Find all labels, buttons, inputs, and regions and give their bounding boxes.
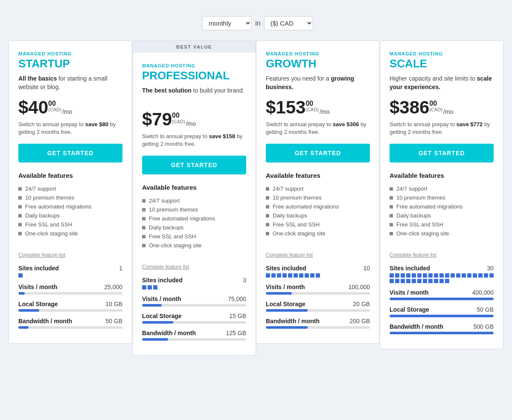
site-dot — [428, 273, 433, 278]
feature-bullet — [390, 196, 393, 200]
feature-bullet — [142, 217, 145, 220]
metric-bar-bg — [142, 338, 246, 341]
feature-text: Free SSL and SSH — [25, 221, 72, 228]
metric-label: Sites included — [390, 265, 430, 272]
metric-value: 50 GB — [477, 306, 494, 313]
sites-dots — [390, 273, 494, 283]
plan-category: Managed Hosting — [18, 51, 122, 56]
metric-bar-bg — [390, 298, 494, 300]
metric-row-0: Sites included 10 — [266, 265, 370, 278]
metric-label: Sites included — [142, 277, 183, 284]
feature-item: 10 premium themes — [266, 193, 370, 202]
plan-card-growth: Managed Hosting Growth Features you need… — [256, 41, 380, 344]
metric-value: 30 — [487, 265, 494, 272]
feature-bullet — [390, 205, 393, 209]
feature-item: Free automated migrations — [266, 202, 370, 211]
feature-item: 10 premium themes — [390, 193, 494, 202]
metric-row-3: Bandwidth / month 500 GB — [390, 323, 494, 334]
feature-item: 24/7 support — [18, 184, 122, 193]
sites-dots — [266, 273, 370, 278]
feature-text: 24/7 support — [149, 197, 180, 204]
metric-bar-fill — [18, 292, 25, 295]
site-dot — [417, 279, 422, 283]
feature-bullet — [266, 187, 269, 191]
metric-bar-fill — [142, 304, 162, 307]
price-period: /mo — [320, 108, 329, 115]
get-started-button-professional[interactable]: GET STARTED — [142, 156, 246, 174]
site-dot — [406, 279, 410, 283]
feature-item: Free SSL and SSH — [390, 220, 494, 229]
site-dot — [277, 273, 281, 278]
site-dot — [310, 273, 314, 278]
get-started-button-growth[interactable]: GET STARTED — [266, 144, 370, 162]
feature-item: Free SSL and SSH — [266, 220, 370, 229]
feature-item: Daily backups — [390, 211, 494, 220]
billing-select[interactable]: monthly annually — [202, 16, 252, 30]
feature-bullet — [266, 196, 269, 200]
metric-bar-fill — [266, 309, 308, 312]
feature-bullet — [18, 187, 22, 191]
metric-header: Visits / month 100,000 — [266, 284, 370, 290]
feature-bullet — [142, 199, 145, 203]
plan-card-scale: Managed Hosting Scale Higher capacity an… — [380, 41, 503, 349]
site-dot — [445, 273, 449, 278]
feature-text: 24/7 support — [396, 185, 427, 192]
plan-name: Professional — [142, 69, 246, 82]
metric-bar-fill — [390, 315, 494, 317]
feature-item: 10 premium themes — [142, 205, 246, 214]
metric-header: Sites included 30 — [390, 265, 494, 272]
get-started-button-startup[interactable]: GET STARTED — [18, 144, 122, 162]
metric-bar-bg — [266, 292, 370, 295]
feature-text: One-click staging site — [25, 230, 78, 237]
price-cad: (CAD) — [172, 119, 185, 125]
complete-feature-link-growth[interactable]: Complete feature list — [266, 252, 313, 258]
feature-text: Daily backups — [149, 224, 183, 231]
feature-item: 24/7 support — [266, 184, 370, 193]
currency-select[interactable]: ($) CAD ($) USD (€) EUR — [264, 16, 313, 30]
metric-label: Bandwidth / month — [390, 323, 443, 330]
feature-bullet — [266, 223, 269, 226]
feature-text: Free SSL and SSH — [396, 221, 443, 228]
site-dot — [390, 273, 394, 278]
sites-dots — [18, 273, 122, 278]
complete-feature-link-professional[interactable]: Complete feature list — [142, 264, 189, 270]
site-dot — [439, 273, 444, 278]
feature-text: Free automated migrations — [149, 215, 215, 222]
metric-header: Local Storage 10 GB — [18, 301, 122, 307]
site-dot — [451, 273, 455, 278]
metric-label: Local Storage — [390, 306, 429, 313]
site-dot — [489, 273, 494, 278]
complete-feature-link-scale[interactable]: Complete feature list — [390, 252, 436, 258]
plan-description: Features you need for a growing business… — [266, 75, 370, 92]
plan-category: Managed Hosting — [390, 51, 494, 56]
feature-item: Free automated migrations — [18, 202, 122, 211]
site-dot — [412, 279, 416, 283]
metric-bar-bg — [266, 309, 370, 312]
feature-text: Daily backups — [25, 212, 60, 219]
feature-text: Free automated migrations — [273, 203, 339, 210]
feature-bullet — [18, 205, 22, 209]
feature-bullet — [142, 235, 145, 238]
plan-wrapper-scale: Managed Hosting Scale Higher capacity an… — [380, 41, 503, 349]
price-sup: 00 (CAD) — [48, 100, 61, 113]
metric-label: Visits / month — [18, 284, 58, 290]
feature-text: 10 premium themes — [25, 194, 74, 201]
feature-bullet — [390, 214, 393, 217]
metric-header: Visits / month 75,000 — [142, 295, 246, 302]
site-dot — [473, 273, 477, 278]
metric-header: Sites included 3 — [142, 277, 246, 284]
get-started-button-scale[interactable]: GET STARTED — [390, 144, 494, 162]
feature-text: Free automated migrations — [25, 203, 91, 210]
metric-value: 500 GB — [474, 323, 494, 330]
site-dot — [395, 279, 399, 283]
feature-item: Daily backups — [266, 211, 370, 220]
complete-feature-link-startup[interactable]: Complete feature list — [18, 252, 65, 258]
feature-bullet — [142, 226, 145, 229]
price-dollar: $40 — [18, 98, 48, 116]
metric-bar-fill — [266, 292, 292, 295]
price-in-label: in — [255, 20, 260, 27]
feature-bullet — [18, 223, 22, 226]
feature-bullet — [18, 232, 22, 235]
metric-row-3: Bandwidth / month 50 GB — [18, 318, 122, 329]
price-save: Switch to annual prepay to save $306 by … — [266, 121, 370, 136]
